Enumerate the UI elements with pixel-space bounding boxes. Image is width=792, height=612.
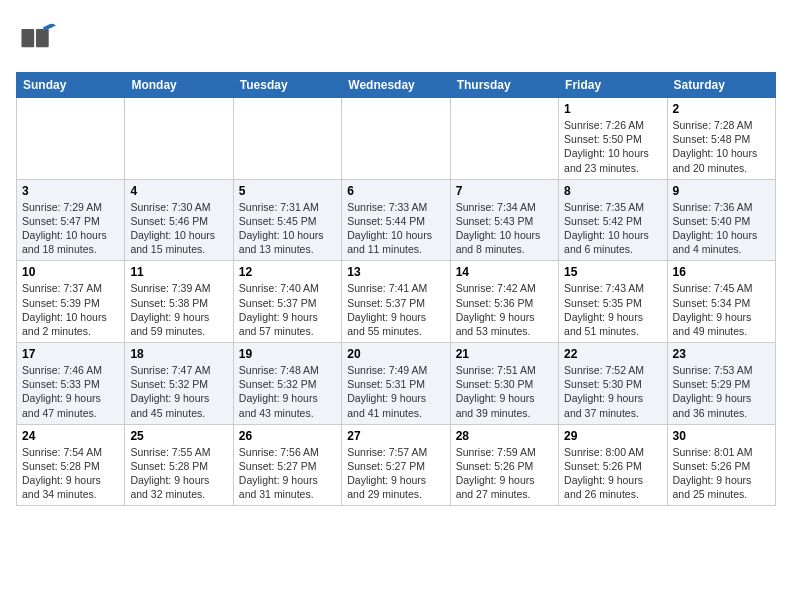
day-number: 29 [564, 429, 661, 443]
calendar-cell: 15Sunrise: 7:43 AM Sunset: 5:35 PM Dayli… [559, 261, 667, 343]
calendar-cell: 21Sunrise: 7:51 AM Sunset: 5:30 PM Dayli… [450, 343, 558, 425]
calendar-cell: 29Sunrise: 8:00 AM Sunset: 5:26 PM Dayli… [559, 424, 667, 506]
svg-rect-1 [36, 29, 49, 47]
day-info: Sunrise: 7:36 AM Sunset: 5:40 PM Dayligh… [673, 200, 770, 257]
day-number: 7 [456, 184, 553, 198]
day-info: Sunrise: 7:43 AM Sunset: 5:35 PM Dayligh… [564, 281, 661, 338]
day-info: Sunrise: 7:59 AM Sunset: 5:26 PM Dayligh… [456, 445, 553, 502]
day-number: 14 [456, 265, 553, 279]
calendar-cell: 25Sunrise: 7:55 AM Sunset: 5:28 PM Dayli… [125, 424, 233, 506]
day-number: 11 [130, 265, 227, 279]
day-number: 20 [347, 347, 444, 361]
calendar-cell: 19Sunrise: 7:48 AM Sunset: 5:32 PM Dayli… [233, 343, 341, 425]
day-info: Sunrise: 7:42 AM Sunset: 5:36 PM Dayligh… [456, 281, 553, 338]
day-info: Sunrise: 7:54 AM Sunset: 5:28 PM Dayligh… [22, 445, 119, 502]
day-info: Sunrise: 7:34 AM Sunset: 5:43 PM Dayligh… [456, 200, 553, 257]
day-info: Sunrise: 7:40 AM Sunset: 5:37 PM Dayligh… [239, 281, 336, 338]
calendar-cell: 12Sunrise: 7:40 AM Sunset: 5:37 PM Dayli… [233, 261, 341, 343]
calendar-cell: 20Sunrise: 7:49 AM Sunset: 5:31 PM Dayli… [342, 343, 450, 425]
weekday-header-friday: Friday [559, 73, 667, 98]
weekday-header-tuesday: Tuesday [233, 73, 341, 98]
day-info: Sunrise: 7:53 AM Sunset: 5:29 PM Dayligh… [673, 363, 770, 420]
day-number: 30 [673, 429, 770, 443]
calendar-cell: 27Sunrise: 7:57 AM Sunset: 5:27 PM Dayli… [342, 424, 450, 506]
day-info: Sunrise: 7:28 AM Sunset: 5:48 PM Dayligh… [673, 118, 770, 175]
calendar-cell: 9Sunrise: 7:36 AM Sunset: 5:40 PM Daylig… [667, 179, 775, 261]
day-info: Sunrise: 7:29 AM Sunset: 5:47 PM Dayligh… [22, 200, 119, 257]
calendar-cell: 14Sunrise: 7:42 AM Sunset: 5:36 PM Dayli… [450, 261, 558, 343]
day-number: 26 [239, 429, 336, 443]
page-header [16, 16, 776, 64]
day-number: 4 [130, 184, 227, 198]
day-number: 27 [347, 429, 444, 443]
day-number: 12 [239, 265, 336, 279]
day-info: Sunrise: 7:35 AM Sunset: 5:42 PM Dayligh… [564, 200, 661, 257]
day-info: Sunrise: 7:39 AM Sunset: 5:38 PM Dayligh… [130, 281, 227, 338]
day-number: 17 [22, 347, 119, 361]
day-info: Sunrise: 7:48 AM Sunset: 5:32 PM Dayligh… [239, 363, 336, 420]
calendar-cell [450, 98, 558, 180]
calendar-week-4: 17Sunrise: 7:46 AM Sunset: 5:33 PM Dayli… [17, 343, 776, 425]
day-info: Sunrise: 7:26 AM Sunset: 5:50 PM Dayligh… [564, 118, 661, 175]
calendar-cell [233, 98, 341, 180]
day-number: 25 [130, 429, 227, 443]
calendar-header-row: SundayMondayTuesdayWednesdayThursdayFrid… [17, 73, 776, 98]
day-number: 28 [456, 429, 553, 443]
day-info: Sunrise: 7:56 AM Sunset: 5:27 PM Dayligh… [239, 445, 336, 502]
day-info: Sunrise: 8:00 AM Sunset: 5:26 PM Dayligh… [564, 445, 661, 502]
calendar-cell: 1Sunrise: 7:26 AM Sunset: 5:50 PM Daylig… [559, 98, 667, 180]
calendar-cell [17, 98, 125, 180]
day-info: Sunrise: 7:52 AM Sunset: 5:30 PM Dayligh… [564, 363, 661, 420]
day-number: 16 [673, 265, 770, 279]
day-info: Sunrise: 7:45 AM Sunset: 5:34 PM Dayligh… [673, 281, 770, 338]
day-number: 24 [22, 429, 119, 443]
calendar-week-5: 24Sunrise: 7:54 AM Sunset: 5:28 PM Dayli… [17, 424, 776, 506]
calendar-cell: 6Sunrise: 7:33 AM Sunset: 5:44 PM Daylig… [342, 179, 450, 261]
calendar-cell: 13Sunrise: 7:41 AM Sunset: 5:37 PM Dayli… [342, 261, 450, 343]
day-info: Sunrise: 7:30 AM Sunset: 5:46 PM Dayligh… [130, 200, 227, 257]
day-info: Sunrise: 8:01 AM Sunset: 5:26 PM Dayligh… [673, 445, 770, 502]
day-number: 6 [347, 184, 444, 198]
weekday-header-monday: Monday [125, 73, 233, 98]
calendar-cell: 17Sunrise: 7:46 AM Sunset: 5:33 PM Dayli… [17, 343, 125, 425]
calendar-cell: 28Sunrise: 7:59 AM Sunset: 5:26 PM Dayli… [450, 424, 558, 506]
calendar-cell: 30Sunrise: 8:01 AM Sunset: 5:26 PM Dayli… [667, 424, 775, 506]
day-number: 8 [564, 184, 661, 198]
day-number: 1 [564, 102, 661, 116]
calendar-cell: 10Sunrise: 7:37 AM Sunset: 5:39 PM Dayli… [17, 261, 125, 343]
day-number: 22 [564, 347, 661, 361]
day-info: Sunrise: 7:55 AM Sunset: 5:28 PM Dayligh… [130, 445, 227, 502]
calendar-cell: 5Sunrise: 7:31 AM Sunset: 5:45 PM Daylig… [233, 179, 341, 261]
calendar-week-3: 10Sunrise: 7:37 AM Sunset: 5:39 PM Dayli… [17, 261, 776, 343]
calendar-week-2: 3Sunrise: 7:29 AM Sunset: 5:47 PM Daylig… [17, 179, 776, 261]
calendar-cell [125, 98, 233, 180]
day-info: Sunrise: 7:51 AM Sunset: 5:30 PM Dayligh… [456, 363, 553, 420]
day-number: 3 [22, 184, 119, 198]
day-info: Sunrise: 7:41 AM Sunset: 5:37 PM Dayligh… [347, 281, 444, 338]
day-number: 18 [130, 347, 227, 361]
calendar-table: SundayMondayTuesdayWednesdayThursdayFrid… [16, 72, 776, 506]
day-number: 2 [673, 102, 770, 116]
calendar-cell: 11Sunrise: 7:39 AM Sunset: 5:38 PM Dayli… [125, 261, 233, 343]
day-number: 10 [22, 265, 119, 279]
day-number: 9 [673, 184, 770, 198]
calendar-cell: 23Sunrise: 7:53 AM Sunset: 5:29 PM Dayli… [667, 343, 775, 425]
day-number: 19 [239, 347, 336, 361]
calendar-cell: 22Sunrise: 7:52 AM Sunset: 5:30 PM Dayli… [559, 343, 667, 425]
calendar-cell: 24Sunrise: 7:54 AM Sunset: 5:28 PM Dayli… [17, 424, 125, 506]
calendar-cell: 16Sunrise: 7:45 AM Sunset: 5:34 PM Dayli… [667, 261, 775, 343]
weekday-header-sunday: Sunday [17, 73, 125, 98]
day-info: Sunrise: 7:31 AM Sunset: 5:45 PM Dayligh… [239, 200, 336, 257]
day-number: 15 [564, 265, 661, 279]
svg-rect-0 [21, 29, 34, 47]
day-info: Sunrise: 7:47 AM Sunset: 5:32 PM Dayligh… [130, 363, 227, 420]
day-number: 23 [673, 347, 770, 361]
calendar-week-1: 1Sunrise: 7:26 AM Sunset: 5:50 PM Daylig… [17, 98, 776, 180]
logo-icon [16, 20, 56, 64]
calendar-cell: 8Sunrise: 7:35 AM Sunset: 5:42 PM Daylig… [559, 179, 667, 261]
day-number: 13 [347, 265, 444, 279]
calendar-cell: 7Sunrise: 7:34 AM Sunset: 5:43 PM Daylig… [450, 179, 558, 261]
day-number: 5 [239, 184, 336, 198]
day-info: Sunrise: 7:33 AM Sunset: 5:44 PM Dayligh… [347, 200, 444, 257]
calendar-cell: 3Sunrise: 7:29 AM Sunset: 5:47 PM Daylig… [17, 179, 125, 261]
